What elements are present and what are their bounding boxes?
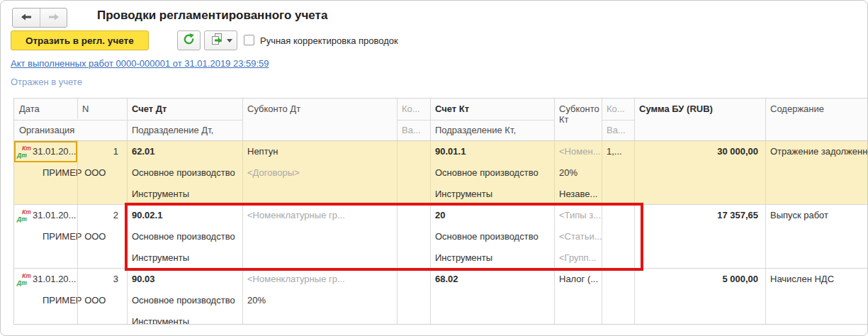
organization[interactable]: ПРИМЕР ООО [14,290,127,311]
subconto-kt[interactable]: 20% [554,162,602,184]
refresh-icon [182,33,196,49]
source-document-link[interactable]: Акт выполненных работ 0000-000001 от 31.… [11,58,269,69]
col-header-quantity-kt[interactable]: Ко... [602,99,634,120]
department-dt[interactable]: Инструменты [127,184,242,205]
col-header-currency-dt[interactable]: Ва... [397,120,430,141]
department-kt[interactable]: Инструменты [430,184,554,205]
account-kt[interactable]: 90.01.1 [430,141,554,162]
table-row[interactable]: Дт Кт 31.01.20... 2 ПРИМЕР ООО 90.02.1 О… [14,205,867,269]
amount[interactable]: 30 000,00 [634,141,765,162]
organization[interactable]: ПРИМЕР ООО [14,226,127,247]
organization[interactable]: ПРИМЕР ООО [14,162,127,184]
col-divider [127,141,128,204]
col-divider [634,99,635,140]
department-dt[interactable]: Инструменты [127,247,242,269]
subconto-dt[interactable] [242,184,397,205]
col-header-department-dt[interactable]: Подразделение Дт, [127,120,242,141]
col-divider [634,269,635,325]
col-header-account-dt[interactable]: Счет Дт [127,99,242,120]
department-dt[interactable]: Основное производство [127,290,242,311]
posting-number[interactable]: 2 [77,205,127,226]
table-row[interactable]: Дт Кт 31.01.20... 3 ПРИМЕР ООО 90.03 Осн… [14,269,867,325]
col-header-content[interactable]: Содержание [765,99,867,141]
subconto-kt[interactable]: Налог (... [554,269,602,290]
col-header-quantity-dt[interactable]: Ко... [397,99,430,120]
subconto-dt[interactable]: <Номенклатурные гр... [242,269,397,290]
account-dt[interactable]: 90.02.1 [127,205,242,226]
department-dt[interactable]: Основное производство [127,162,242,184]
col-divider [765,99,766,140]
col-divider [634,205,635,268]
manual-correction-checkbox[interactable] [244,35,254,45]
documents-arrow-icon [210,33,224,48]
posting-date-cell[interactable]: Дт Кт 31.01.20... [14,269,77,290]
row-divider [14,120,127,121]
reflect-in-accounting-button[interactable]: Отразить в регл. учете [11,30,149,50]
col-header-currency-kt[interactable]: Ва... [602,120,634,141]
account-dt[interactable]: 62.01 [127,141,242,162]
col-divider [397,141,398,204]
quantity-kt[interactable]: 1,... [602,141,634,162]
col-divider [554,269,555,325]
posting-date-cell[interactable]: Дт Кт 31.01.20... [14,205,77,226]
refresh-button[interactable] [177,30,201,50]
col-divider [602,141,602,204]
subconto-dt[interactable]: 20% [242,290,397,311]
postings-table: Дата N Организация Счет Дт Подразделение… [13,98,867,325]
subconto-kt[interactable]: <Статьи... [554,226,602,247]
col-divider [765,269,766,325]
col-header-subconto-dt[interactable]: Субконто Дт [242,99,397,141]
page-title: Проводки регламентированного учета [97,9,327,23]
subconto-dt[interactable]: <Договоры> [242,162,397,184]
account-kt[interactable]: 68.02 [430,269,554,290]
dt-kt-icon: Дт Кт [16,273,30,286]
arrow-left-icon [21,11,32,24]
subconto-dt[interactable]: Нептун [242,141,397,162]
subconto-kt[interactable]: <Типы з... [554,205,602,226]
row-divider [430,120,554,121]
table-header: Дата N Организация Счет Дт Подразделение… [14,99,867,141]
col-header-amount[interactable]: Сумма БУ (RUB) [634,99,765,141]
posting-number[interactable]: 3 [77,269,127,290]
department-kt[interactable]: Инструменты [430,247,554,269]
col-divider [127,205,128,268]
col-divider [430,269,431,325]
col-header-number[interactable]: N [77,99,127,120]
postings-report-dropdown-button[interactable] [204,30,237,50]
forward-button[interactable] [40,9,67,27]
subconto-kt[interactable]: Незаве... [554,184,602,205]
amount[interactable]: 5 000,00 [634,269,765,290]
department-kt[interactable]: Основное производство [430,162,554,184]
subconto-kt[interactable]: <Групп... [554,247,602,269]
col-header-date[interactable]: Дата [14,99,77,120]
department-dt[interactable]: Основное производство [127,226,242,247]
col-divider [765,205,766,268]
col-divider [242,99,243,140]
col-header-subconto-kt[interactable]: Субконто Кт [554,99,602,141]
app-window: Проводки регламентированного учета Отраз… [0,0,868,336]
row-divider [397,120,430,121]
account-dt[interactable]: 90.03 [127,269,242,290]
content[interactable]: Начислен НДС [765,269,867,290]
col-divider [77,99,78,119]
subconto-kt[interactable]: <Номен... [554,141,602,162]
content[interactable]: Выпуск работ [765,205,867,226]
content[interactable]: Отражение задолженн [765,141,867,162]
back-button[interactable] [13,9,40,27]
col-divider [127,269,128,325]
posting-number[interactable]: 1 [77,141,127,162]
amount[interactable]: 17 357,65 [634,205,765,226]
col-header-department-kt[interactable]: Подразделение Кт, [430,120,554,141]
posting-date-cell[interactable]: Дт Кт 31.01.20... [14,141,77,162]
col-header-account-kt[interactable]: Счет Кт [430,99,554,120]
department-dt[interactable]: Инструменты [127,311,242,325]
caret-down-icon [227,39,232,43]
account-kt[interactable]: 20 [430,205,554,226]
row-divider [127,120,242,121]
subconto-dt[interactable]: <Номенклатурные гр... [242,205,397,226]
table-row[interactable]: Дт Кт 31.01.20... 1 ПРИМЕР ООО 62.01 Осн… [14,141,867,205]
department-kt[interactable]: Основное производство [430,226,554,247]
col-header-organization[interactable]: Организация [14,120,127,141]
row-divider [602,120,634,121]
col-divider [242,205,243,268]
